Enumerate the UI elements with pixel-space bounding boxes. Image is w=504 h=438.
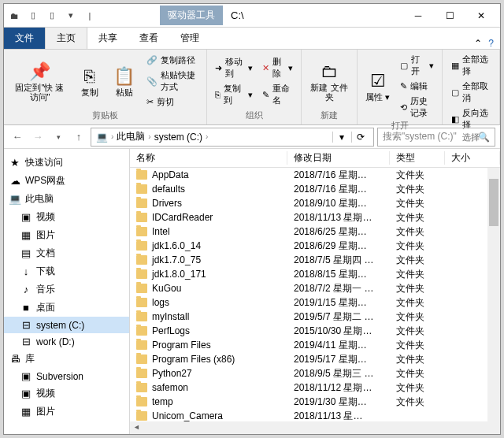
sidebar-item[interactable]: ★快速访问 [4, 154, 129, 172]
file-row[interactable]: IDCardReader2018/11/13 星期…文件夹 [130, 210, 500, 225]
file-name: myInstall [152, 311, 189, 322]
tree-icon: ▦ [20, 229, 32, 241]
cut-button[interactable]: ✂剪切 [143, 95, 202, 109]
sidebar-item[interactable]: ♪音乐 [4, 280, 129, 299]
col-name[interactable]: 名称 [130, 151, 287, 165]
file-row[interactable]: temp2019/1/30 星期…文件夹 [130, 395, 500, 409]
search-placeholder: 搜索"system (C:)" [383, 130, 457, 143]
move-to-button[interactable]: ➜移动到 ▾ [212, 55, 256, 80]
file-row[interactable]: KuGou2018/7/2 星期一 …文件夹 [130, 281, 500, 295]
tab-file[interactable]: 文件 [4, 28, 45, 49]
file-date: 2018/9/5 星期三 … [287, 367, 390, 380]
file-row[interactable]: Intel2018/6/25 星期…文件夹 [130, 225, 500, 239]
file-row[interactable]: logs2019/1/15 星期…文件夹 [130, 295, 500, 310]
tab-view[interactable]: 查看 [128, 28, 169, 49]
qat-dropdown-icon[interactable]: ▾ [64, 9, 78, 23]
folder-icon [136, 241, 147, 251]
new-folder-button[interactable]: 🗀 新建 文件夹 [306, 53, 352, 110]
chevron-right-icon[interactable]: › [206, 132, 208, 141]
col-date[interactable]: 修改日期 [287, 151, 390, 165]
sidebar-item[interactable]: ▦图片 [4, 226, 129, 244]
rename-button[interactable]: ✎重命名 [259, 82, 296, 107]
properties-button[interactable]: ☑ 属性 ▾ [362, 53, 394, 120]
tab-share[interactable]: 共享 [87, 28, 128, 49]
breadcrumb[interactable]: 💻 › 此电脑 › system (C:) › ▾ ⟳ [91, 128, 374, 147]
paste-button[interactable]: 📋 粘贴 [109, 53, 140, 110]
col-type[interactable]: 类型 [390, 151, 445, 165]
folder-icon [136, 170, 147, 180]
sidebar-item[interactable]: ■桌面 [4, 299, 129, 317]
file-row[interactable]: Drivers2018/9/10 星期…文件夹 [130, 196, 500, 210]
chevron-right-icon[interactable]: › [111, 132, 113, 141]
file-row[interactable]: Unicom_Camera2018/11/13 星… [130, 409, 500, 421]
collapse-ribbon-icon[interactable]: ⌃ [474, 38, 482, 49]
qat-btn[interactable]: ▯ [26, 9, 40, 23]
scrollbar-horizontal[interactable] [130, 421, 500, 434]
file-row[interactable]: Program Files2019/4/11 星期…文件夹 [130, 338, 500, 352]
refresh-icon[interactable]: ⟳ [351, 132, 369, 143]
sidebar-item[interactable]: ▣视频 [4, 384, 129, 403]
history-button[interactable]: ⟲历史记录 [397, 95, 437, 120]
sidebar-item[interactable]: ⊟system (C:) [4, 317, 129, 333]
file-row[interactable]: myInstall2019/5/7 星期二 …文件夹 [130, 310, 500, 324]
folder-icon [136, 213, 147, 222]
qat-btn[interactable]: ▯ [45, 9, 59, 23]
sidebar-item[interactable]: ▤文档 [4, 244, 129, 262]
dropdown-icon[interactable]: ▾ [332, 132, 350, 143]
copy-to-button[interactable]: ⎘复制到 ▾ [212, 82, 256, 107]
sidebar-item[interactable]: ▦图片 [4, 403, 129, 421]
invert-icon: ◧ [450, 114, 458, 124]
pin-button[interactable]: 📌 固定到"快 速访问" [9, 53, 71, 110]
file-row[interactable]: jdk1.8.0_1712018/8/15 星期…文件夹 [130, 267, 500, 281]
forward-button[interactable]: → [29, 128, 46, 146]
file-type: 文件夹 [390, 282, 445, 295]
file-row[interactable]: AppData2018/7/16 星期…文件夹 [130, 168, 500, 182]
close-button[interactable]: ✕ [465, 5, 497, 27]
select-all-button[interactable]: ▦全部选择 [447, 53, 495, 78]
help-icon[interactable]: ? [488, 38, 494, 49]
file-row[interactable]: PerfLogs2015/10/30 星期…文件夹 [130, 324, 500, 338]
file-type: 文件夹 [390, 211, 445, 225]
sidebar-item[interactable]: 💻此电脑 [4, 190, 129, 208]
minimize-button[interactable]: ─ [402, 5, 434, 27]
select-none-button[interactable]: ▢全部取消 [447, 80, 495, 105]
tab-home[interactable]: 主页 [45, 27, 87, 49]
delete-button[interactable]: ✕删除 ▾ [259, 55, 296, 80]
sidebar-item[interactable]: ↓下载 [4, 262, 129, 280]
file-type: 文件夹 [390, 381, 445, 395]
sidebar-label: 下载 [36, 265, 55, 278]
open-button[interactable]: ▢打开 ▾ [397, 53, 437, 78]
col-size[interactable]: 大小 [445, 151, 500, 165]
file-type: 文件夹 [390, 296, 445, 310]
breadcrumb-drive[interactable]: system (C:) [154, 132, 202, 143]
back-button[interactable]: ← [9, 128, 26, 146]
sidebar-item[interactable]: ⊟work (D:) [4, 333, 129, 350]
edit-button[interactable]: ✎编辑 [397, 80, 437, 93]
recent-button[interactable]: ▾ [50, 128, 67, 146]
up-button[interactable]: ↑ [70, 128, 87, 146]
sidebar-item[interactable]: ☁WPS网盘 [4, 172, 129, 190]
file-row[interactable]: Python272018/9/5 星期三 …文件夹 [130, 366, 500, 380]
file-row[interactable]: safemon2018/11/12 星期…文件夹 [130, 380, 500, 395]
search-input[interactable]: 搜索"system (C:)" 🔍 [377, 128, 495, 147]
file-type: 文件夹 [390, 254, 445, 267]
file-row[interactable]: defaults2018/7/16 星期…文件夹 [130, 182, 500, 196]
chevron-right-icon[interactable]: › [148, 132, 150, 141]
file-name: Program Files (x86) [152, 354, 235, 365]
file-row[interactable]: Program Files (x86)2019/5/17 星期…文件夹 [130, 352, 500, 366]
tab-manage[interactable]: 管理 [169, 28, 210, 49]
maximize-button[interactable]: ☐ [434, 5, 465, 27]
group-clipboard: 剪贴板 [9, 110, 202, 121]
sidebar-item[interactable]: ▣Subversion [4, 368, 129, 384]
file-name: KuGou [152, 283, 181, 294]
file-row[interactable]: jdk1.6.0_142018/6/29 星期…文件夹 [130, 239, 500, 253]
file-date: 2018/7/2 星期一 … [287, 282, 390, 295]
copy-path-button[interactable]: 🔗复制路径 [143, 54, 202, 67]
file-row[interactable]: jdk1.7.0_752018/7/5 星期四 …文件夹 [130, 253, 500, 267]
copy-button[interactable]: ⎘ 复制 [74, 53, 106, 110]
paste-shortcut-button[interactable]: 📎粘贴快捷方式 [143, 69, 202, 94]
scrollbar-vertical[interactable] [487, 168, 500, 421]
sidebar-item[interactable]: 🖷库 [4, 350, 129, 368]
breadcrumb-pc[interactable]: 此电脑 [117, 130, 145, 143]
sidebar-item[interactable]: ▣视频 [4, 208, 129, 226]
